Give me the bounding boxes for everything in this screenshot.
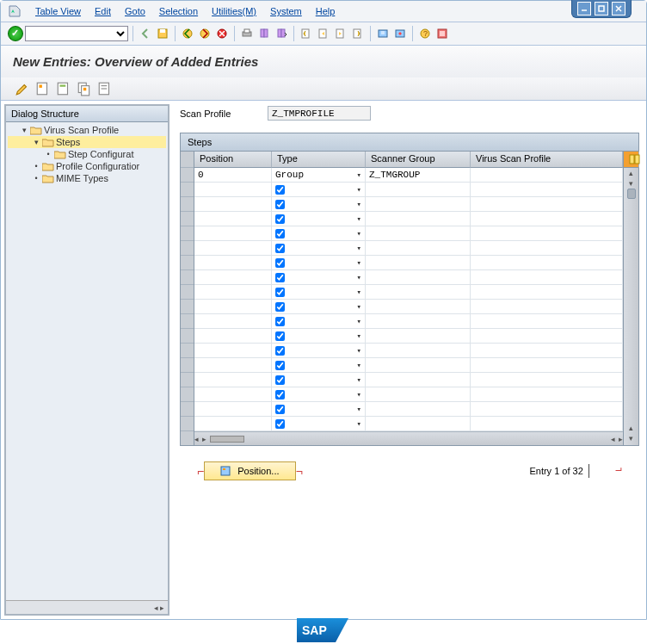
dropdown-icon[interactable]: ▾ [357, 288, 361, 297]
minimize-button[interactable] [577, 2, 591, 15]
scroll-thumb[interactable] [627, 189, 636, 199]
scroll-up-icon[interactable]: ▴ [629, 169, 633, 177]
cell-type[interactable]: ▾ [272, 270, 366, 285]
change-icon[interactable] [15, 81, 30, 96]
row-selector[interactable] [181, 300, 194, 314]
dropdown-icon[interactable]: ▾ [357, 419, 361, 429]
close-red-icon[interactable] [214, 26, 230, 41]
cell-vsp[interactable] [471, 300, 623, 314]
collapse-icon[interactable]: ▾ [20, 126, 28, 134]
cell-type[interactable]: ▾ [272, 285, 366, 300]
cell-scanner-group[interactable] [366, 387, 471, 402]
cell-position[interactable] [194, 270, 272, 285]
menu-table-view[interactable]: Table View [35, 6, 81, 16]
cell-vsp[interactable] [471, 329, 623, 344]
select-all-icon[interactable] [35, 81, 51, 96]
type-checkbox[interactable] [275, 273, 285, 282]
cell-vsp[interactable] [471, 417, 623, 431]
type-checkbox[interactable] [275, 419, 285, 429]
cell-vsp[interactable] [471, 197, 623, 212]
dropdown-icon[interactable]: ▾ [357, 185, 361, 195]
collapse-icon[interactable]: ▾ [32, 138, 40, 146]
type-checkbox[interactable] [275, 200, 285, 209]
scroll-down-icon[interactable]: ▾ [629, 179, 633, 188]
cell-vsp[interactable] [471, 344, 623, 358]
cell-vsp[interactable] [471, 314, 623, 329]
type-checkbox[interactable] [275, 405, 285, 414]
dropdown-icon[interactable]: ▾ [357, 346, 361, 356]
cell-type[interactable]: ▾ [272, 226, 366, 241]
cell-position[interactable] [194, 344, 272, 358]
grid-hscroll[interactable]: ◂ ▸ ◂ ▸ [194, 431, 623, 445]
row-selector[interactable] [181, 358, 194, 373]
cell-position[interactable] [194, 329, 272, 344]
scan-profile-input[interactable] [268, 106, 371, 121]
cell-position[interactable] [194, 197, 272, 212]
cell-scanner-group[interactable] [366, 270, 471, 285]
menu-selection[interactable]: Selection [159, 6, 198, 16]
cell-vsp[interactable] [471, 183, 623, 197]
type-checkbox[interactable] [275, 375, 285, 385]
cell-type[interactable]: ▾ [272, 212, 366, 226]
cell-position[interactable] [194, 212, 272, 226]
dropdown-icon[interactable]: ▾ [357, 331, 361, 341]
cell-position[interactable] [194, 300, 272, 314]
dropdown-icon[interactable]: ▾ [357, 405, 361, 414]
cell-vsp[interactable] [471, 285, 623, 300]
cell-scanner-group[interactable] [366, 226, 471, 241]
type-checkbox[interactable] [275, 229, 285, 238]
cell-vsp[interactable] [471, 358, 623, 373]
cell-type[interactable]: ▾ [272, 197, 366, 212]
next-page-icon[interactable] [333, 26, 348, 41]
tree-virus-scan-profile[interactable]: ▾ Virus Scan Profile [8, 124, 166, 136]
dropdown-icon[interactable]: ▾ [357, 258, 361, 268]
menu-help[interactable]: Help [316, 6, 336, 16]
help-icon[interactable]: ? [417, 26, 433, 41]
cancel-icon[interactable] [197, 26, 213, 41]
scroll-right-icon[interactable]: ▸ [160, 604, 164, 612]
scroll-left-icon[interactable]: ◂ [611, 435, 615, 443]
row-selector[interactable] [181, 256, 194, 270]
command-field[interactable] [25, 26, 128, 41]
scroll-left-icon[interactable]: ◂ [194, 435, 199, 443]
type-checkbox[interactable] [275, 361, 285, 370]
row-selector[interactable] [181, 183, 194, 197]
find-icon[interactable] [256, 26, 272, 41]
cell-position[interactable] [194, 358, 272, 373]
type-checkbox[interactable] [275, 317, 285, 326]
row-selector[interactable] [181, 417, 194, 431]
cell-type[interactable]: Group▾ [272, 168, 366, 183]
scroll-right-icon[interactable]: ▸ [202, 435, 206, 443]
row-selector[interactable] [181, 402, 194, 417]
cell-vsp[interactable] [471, 168, 623, 183]
row-selector[interactable] [181, 212, 194, 226]
row-selector[interactable] [181, 387, 194, 402]
cell-scanner-group[interactable] [366, 402, 471, 417]
col-position[interactable]: Position [194, 152, 272, 168]
cell-vsp[interactable] [471, 212, 623, 226]
cell-type[interactable]: ▾ [272, 402, 366, 417]
cell-scanner-group[interactable] [366, 373, 471, 387]
row-selector[interactable] [181, 226, 194, 241]
cell-scanner-group[interactable] [366, 314, 471, 329]
config-icon[interactable] [97, 81, 113, 96]
generate-session-icon[interactable] [392, 26, 408, 41]
dropdown-icon[interactable]: ▾ [357, 214, 361, 224]
row-selector[interactable] [181, 329, 194, 344]
cell-type[interactable]: ▾ [272, 241, 366, 256]
cell-vsp[interactable] [471, 270, 623, 285]
cell-scanner-group[interactable] [366, 417, 471, 431]
cell-vsp[interactable] [471, 402, 623, 417]
cell-vsp[interactable] [471, 373, 623, 387]
cell-position[interactable] [194, 373, 272, 387]
cell-position[interactable] [194, 402, 272, 417]
tree-steps[interactable]: ▾ Steps [8, 136, 166, 148]
dropdown-icon[interactable]: ▾ [357, 375, 361, 385]
dropdown-icon[interactable]: ▾ [357, 361, 361, 370]
cell-type[interactable]: ▾ [272, 256, 366, 270]
menu-edit[interactable]: Edit [95, 6, 111, 16]
dropdown-icon[interactable]: ▾ [357, 244, 361, 253]
cell-scanner-group[interactable]: Z_TMGROUP [366, 168, 471, 183]
cell-type[interactable]: ▾ [272, 300, 366, 314]
deselect-all-icon[interactable] [56, 81, 71, 96]
